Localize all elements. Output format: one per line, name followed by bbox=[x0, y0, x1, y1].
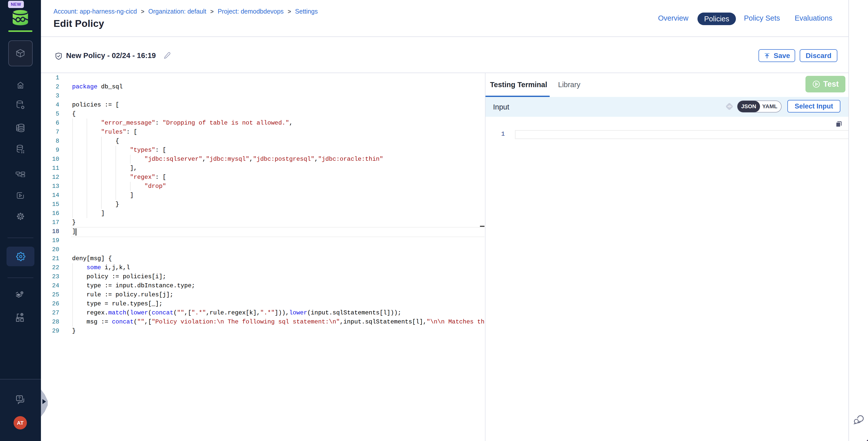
svg-text:?: ? bbox=[18, 396, 21, 400]
